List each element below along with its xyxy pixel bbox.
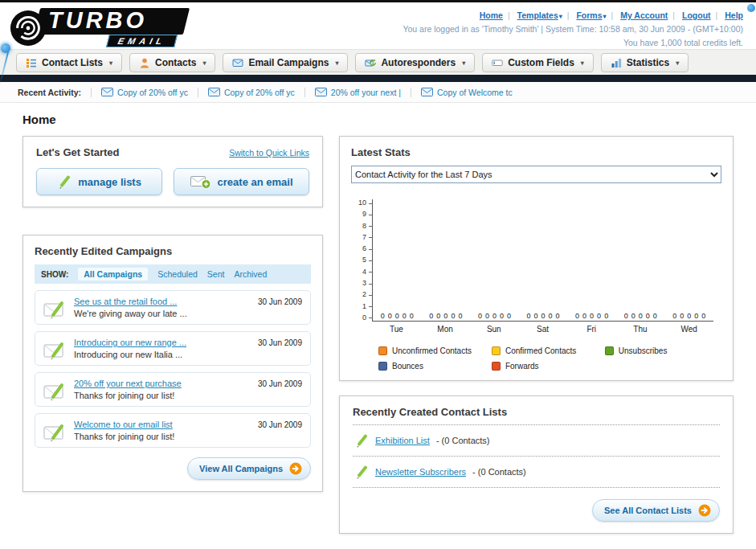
chart-category-label: Sat (518, 325, 567, 334)
filter-scheduled[interactable]: Scheduled (157, 269, 198, 279)
campaign-edit-icon (43, 380, 65, 400)
link-my-account[interactable]: My Account (620, 10, 668, 20)
contact-activity-chart: 109876543210 000000000000000000000000000… (354, 199, 713, 334)
chart-value-label: 0 (624, 313, 628, 320)
link-templates[interactable]: Templates▾ (517, 10, 562, 20)
chart-value-label: 0 (458, 313, 462, 320)
logo-text-email: EMAIL (106, 35, 178, 47)
legend-label: Unsubscribes (619, 346, 668, 355)
chart-y-tick: 0 (362, 314, 372, 322)
login-info: You are logged in as 'Timothy Smith' | S… (403, 23, 743, 36)
chart-bar-group: 00000 (664, 313, 713, 321)
nav-tab-label: Statistics (627, 57, 669, 68)
contact-list-detail: - (0 Contacts) (436, 436, 490, 445)
recent-activity-bar: Recent Activity: Copy of 20% off yc Copy… (0, 82, 756, 103)
nav-tab-label: Contact Lists (42, 57, 103, 68)
dropdown-arrow-icon: ▾ (603, 12, 607, 23)
email-icon (208, 88, 220, 96)
legend-item: Forwards (492, 362, 605, 371)
chart-value-label: 0 (381, 313, 385, 320)
chart-category-label: Fri (567, 325, 616, 334)
manage-lists-label: manage lists (78, 176, 141, 188)
recently-created-contact-lists-panel: Recently Created Contact Lists Exhibitio… (339, 395, 734, 534)
nav-tab-custom-fields[interactable]: Custom Fields ▾ (482, 53, 594, 72)
get-started-panel: Let's Get Started Switch to Quick Links … (22, 136, 323, 207)
recently-edited-campaigns-panel: Recently Edited Campaigns SHOW: All Camp… (22, 235, 323, 492)
statistics-icon (611, 57, 622, 68)
chart-value-label: 0 (653, 313, 657, 320)
logo-text-turbo: TURBO (48, 7, 147, 34)
arrow-right-icon (698, 504, 711, 517)
campaign-date: 30 Jun 2009 (258, 379, 302, 388)
legend-label: Confirmed Contacts (505, 346, 576, 355)
nav-tab-autoresponders[interactable]: Autoresponders ▾ (355, 53, 475, 72)
chart-value-label: 0 (556, 313, 560, 320)
campaign-list-item[interactable]: Introducing our new range ... Introducin… (35, 331, 311, 366)
new-email-icon (190, 174, 211, 189)
recent-activity-item[interactable]: Copy of 20% off yc (91, 88, 198, 97)
chart-value-label: 0 (478, 313, 482, 320)
chart-y-tick: 3 (362, 280, 372, 287)
recent-activity-item[interactable]: Copy of 20% off yc (198, 88, 304, 97)
switch-to-quick-links[interactable]: Switch to Quick Links (229, 148, 309, 158)
contact-list-item[interactable]: Exhibition List - (0 Contacts) (353, 425, 720, 457)
get-started-title: Let's Get Started (36, 146, 120, 158)
nav-tab-email-campaigns[interactable]: Email Campaigns ▾ (223, 53, 348, 72)
nav-tab-contacts[interactable]: Contacts ▾ (129, 53, 215, 72)
nav-tab-label: Contacts (155, 57, 196, 68)
chart-category-label: Tue (372, 325, 421, 334)
filter-archived[interactable]: Archived (234, 269, 267, 279)
chart-bar-group: 00000 (519, 313, 568, 321)
logo-swirl-icon (10, 10, 47, 47)
chart-legend: Unconfirmed ContactsConfirmed ContactsUn… (378, 346, 721, 371)
chart-value-label: 0 (590, 313, 594, 320)
campaign-list-item[interactable]: See us at the retail food ... We're givi… (35, 290, 311, 325)
chart-value-label: 0 (687, 313, 691, 320)
link-logout[interactable]: Logout (682, 10, 711, 20)
filter-all-campaigns[interactable]: All Campaigns (78, 268, 148, 281)
nav-tab-contact-lists[interactable]: Contact Lists ▾ (16, 53, 122, 72)
contact-lists-panel-title: Recently Created Contact Lists (353, 406, 720, 425)
contacts-icon (139, 57, 150, 68)
recent-activity-text: 20% off your next | (331, 88, 401, 97)
link-home[interactable]: Home (480, 10, 503, 20)
page-title: Home (22, 113, 734, 126)
recent-activity-item[interactable]: Copy of Welcome tc (411, 88, 522, 97)
chart-value-label: 0 (500, 313, 504, 320)
chart-value-label: 0 (646, 313, 650, 320)
chart-value-label: 0 (403, 313, 407, 320)
main-navigation: Contact Lists ▾ Contacts ▾ Email Campaig… (0, 49, 756, 75)
chart-value-label: 0 (541, 313, 546, 320)
legend-swatch (378, 362, 387, 371)
chart-category-label: Wed (664, 325, 713, 334)
stats-range-select[interactable]: Contact Activity for the Last 7 Days (351, 166, 721, 183)
pencil-icon (57, 174, 72, 189)
manage-lists-button[interactable]: manage lists (36, 168, 162, 195)
arrow-right-icon (289, 462, 302, 475)
chart-value-label: 0 (694, 313, 698, 320)
campaign-edit-icon (43, 298, 65, 318)
legend-swatch (492, 346, 501, 355)
chart-y-tick: 2 (362, 291, 372, 298)
link-forms[interactable]: Forms▾ (576, 10, 606, 20)
recent-activity-item[interactable]: 20% off your next | (304, 88, 411, 97)
dropdown-arrow-icon: ▾ (559, 12, 562, 23)
link-help[interactable]: Help (725, 10, 743, 20)
main-content: Home Let's Get Started Switch to Quick L… (0, 103, 756, 549)
campaign-list-item[interactable]: Welcome to our email list Thanks for joi… (35, 413, 311, 448)
dropdown-arrow-icon: ▾ (462, 59, 465, 67)
view-all-campaigns-button[interactable]: View All Campaigns (187, 457, 311, 480)
filter-sent[interactable]: Sent (207, 269, 225, 279)
contact-list-name-link[interactable]: Exhibition List (375, 436, 430, 445)
contact-list-name-link[interactable]: Newsletter Subscribers (375, 467, 466, 477)
see-all-contact-lists-button[interactable]: See All Contact Lists (592, 499, 720, 522)
email-icon (315, 88, 327, 96)
nav-tab-label: Autoresponders (381, 57, 456, 68)
chart-category-label: Thu (616, 325, 665, 334)
nav-tab-statistics[interactable]: Statistics ▾ (601, 53, 689, 72)
contact-list-item[interactable]: Newsletter Subscribers - (0 Contacts) (353, 457, 720, 488)
pencil-icon (354, 465, 369, 479)
chart-y-axis: 109876543210 (354, 199, 372, 322)
campaign-list-item[interactable]: 20% off your next purchase Thanks for jo… (35, 372, 311, 407)
create-email-button[interactable]: create an email (174, 168, 309, 195)
